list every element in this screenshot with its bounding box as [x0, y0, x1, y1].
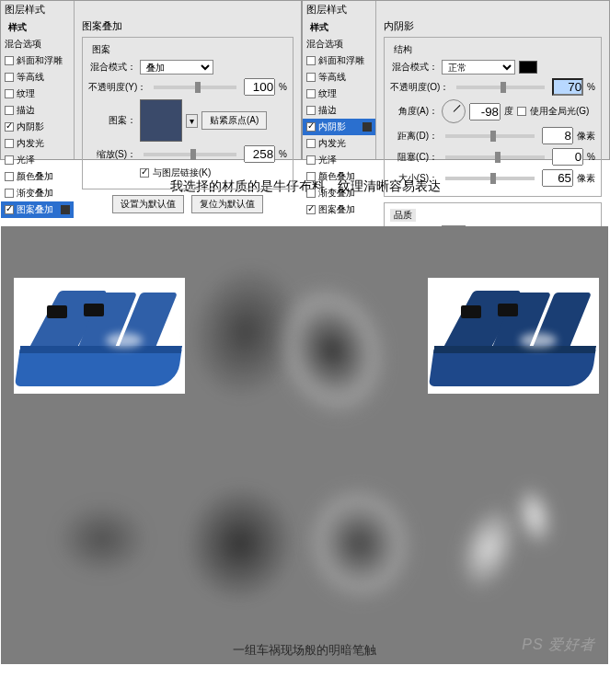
- style-pattern-overlay[interactable]: 图案叠加: [303, 201, 375, 218]
- style-bevel[interactable]: 斜面和浮雕: [1, 52, 74, 69]
- checkbox-icon[interactable]: [306, 106, 316, 115]
- checkbox-icon[interactable]: [306, 172, 316, 181]
- checkbox-icon[interactable]: [5, 189, 14, 198]
- checkbox-icon[interactable]: [5, 73, 14, 82]
- checkbox-icon[interactable]: [306, 155, 316, 165]
- illustration-canvas: 一组车祸现场般的明暗笔触 PS 爱好者: [1, 226, 608, 664]
- scale-slider[interactable]: [144, 153, 236, 156]
- checkbox-icon[interactable]: [5, 155, 14, 165]
- blend-mode-select[interactable]: 正常: [442, 60, 515, 75]
- checkbox-icon[interactable]: [5, 172, 14, 181]
- styles-header: 样式: [303, 19, 375, 36]
- group-structure: 结构: [390, 43, 416, 56]
- percent-label: %: [587, 82, 595, 92]
- percent-label: %: [279, 82, 287, 92]
- dialog-title: 图层样式: [306, 3, 347, 17]
- style-stroke[interactable]: 描边: [303, 102, 375, 119]
- global-light-checkbox[interactable]: [517, 107, 526, 116]
- checkbox-icon[interactable]: [5, 89, 14, 98]
- sandal-render-textured: [428, 278, 599, 394]
- dialog-title: 图层样式: [5, 3, 45, 17]
- snap-origin-button[interactable]: 贴紧原点(A): [201, 111, 267, 130]
- checkbox-icon[interactable]: [5, 56, 14, 65]
- angle-picker[interactable]: [442, 99, 466, 123]
- style-inner-shadow[interactable]: 内阴影: [303, 119, 375, 135]
- opacity-input[interactable]: [244, 78, 275, 96]
- opacity-input[interactable]: [552, 78, 583, 96]
- opacity-label: 不透明度(Y)：: [88, 81, 146, 94]
- checkbox-icon[interactable]: [306, 205, 316, 214]
- watermark: PS 爱好者: [522, 636, 595, 655]
- checkbox-icon[interactable]: [306, 73, 316, 82]
- checkbox-icon[interactable]: [306, 89, 316, 98]
- style-inner-shadow[interactable]: 内阴影: [1, 119, 74, 135]
- styles-header: 样式: [1, 19, 74, 36]
- angle-label: 角度(A)：: [390, 105, 438, 118]
- sandal-render-flat: [14, 278, 185, 394]
- brush-stroke: [292, 472, 428, 614]
- scale-input[interactable]: [244, 145, 275, 163]
- style-bevel[interactable]: 斜面和浮雕: [303, 52, 375, 69]
- checkbox-icon[interactable]: [306, 139, 316, 148]
- style-color-overlay[interactable]: 颜色叠加: [303, 168, 375, 185]
- blend-mode-select[interactable]: 叠加: [140, 60, 213, 75]
- checkbox-icon[interactable]: [5, 139, 14, 148]
- pattern-overlay-panel: 图案叠加 图案 混合模式： 叠加 不透明度(Y)： % 图案： ▾ 贴紧原: [75, 1, 301, 159]
- style-inner-glow[interactable]: 内发光: [1, 135, 74, 152]
- set-default-button[interactable]: 设置为默认值: [112, 195, 184, 213]
- checkbox-icon[interactable]: [306, 56, 316, 65]
- degree-label: 度: [504, 105, 513, 118]
- checkbox-icon[interactable]: [306, 122, 316, 132]
- pattern-flyout-icon[interactable]: ▾: [186, 114, 198, 128]
- style-gradient-overlay[interactable]: 渐变叠加: [303, 185, 375, 201]
- style-satin[interactable]: 光泽: [1, 152, 74, 168]
- style-texture[interactable]: 纹理: [303, 86, 375, 102]
- style-contour[interactable]: 等高线: [303, 69, 375, 86]
- px-label: 像素: [577, 130, 595, 143]
- checkbox-icon[interactable]: [5, 106, 14, 115]
- tutorial-caption-2: 一组车祸现场般的明暗笔触: [1, 642, 608, 659]
- style-blend-options[interactable]: 混合选项: [303, 36, 375, 52]
- group-pattern: 图案: [88, 43, 114, 56]
- reset-default-button[interactable]: 复位为默认值: [191, 195, 263, 213]
- choke-input[interactable]: [552, 148, 583, 166]
- link-label: 与图层链接(K): [153, 166, 211, 179]
- style-pattern-overlay[interactable]: 图案叠加: [1, 201, 74, 218]
- link-checkbox[interactable]: [140, 168, 149, 178]
- brush-stroke: [56, 502, 148, 576]
- inner-shadow-panel: 内阴影 结构 混合模式： 正常 不透明度(O)： % 角度(A)：: [376, 1, 609, 159]
- angle-input[interactable]: [469, 103, 501, 120]
- styles-list: 样式 混合选项 斜面和浮雕 等高线 纹理 描边 内阴影 内发光 光泽 颜色叠加 …: [303, 1, 376, 159]
- distance-slider[interactable]: [445, 134, 535, 138]
- style-blend-options[interactable]: 混合选项: [1, 36, 74, 52]
- blend-mode-label: 混合模式：: [88, 61, 136, 74]
- style-texture[interactable]: 纹理: [1, 86, 74, 102]
- distance-input[interactable]: [542, 127, 573, 144]
- brush-stroke: [176, 476, 305, 613]
- px-label: 像素: [577, 172, 595, 185]
- style-satin[interactable]: 光泽: [303, 152, 375, 168]
- choke-slider[interactable]: [445, 155, 545, 159]
- style-inner-glow[interactable]: 内发光: [303, 135, 375, 152]
- shadow-color-picker[interactable]: [519, 61, 537, 74]
- scale-label: 缩放(S)：: [88, 148, 136, 161]
- checkbox-icon[interactable]: [306, 189, 316, 198]
- percent-label: %: [279, 149, 287, 159]
- pattern-swatch[interactable]: [140, 99, 182, 142]
- style-gradient-overlay[interactable]: 渐变叠加: [1, 185, 74, 201]
- selected-flag-icon: [61, 205, 70, 214]
- style-contour[interactable]: 等高线: [1, 69, 74, 86]
- selected-flag-icon: [363, 122, 372, 132]
- style-stroke[interactable]: 描边: [1, 102, 74, 119]
- layer-style-dialog-pattern-overlay: 图层样式 样式 混合选项 斜面和浮雕 等高线 纹理 描边 内阴影 内发光 光泽 …: [0, 0, 302, 160]
- size-input[interactable]: [542, 169, 573, 187]
- styles-list: 样式 混合选项 斜面和浮雕 等高线 纹理 描边 内阴影 内发光 光泽 颜色叠加 …: [1, 1, 75, 159]
- opacity-slider[interactable]: [456, 86, 545, 89]
- layer-style-dialog-inner-shadow: 图层样式 样式 混合选项 斜面和浮雕 等高线 纹理 描边 内阴影 内发光 光泽 …: [302, 0, 610, 160]
- size-slider[interactable]: [445, 177, 535, 180]
- checkbox-icon[interactable]: [5, 205, 14, 214]
- distance-label: 距离(D)：: [390, 130, 438, 143]
- style-color-overlay[interactable]: 颜色叠加: [1, 168, 74, 185]
- opacity-slider[interactable]: [154, 86, 236, 89]
- checkbox-icon[interactable]: [5, 122, 14, 132]
